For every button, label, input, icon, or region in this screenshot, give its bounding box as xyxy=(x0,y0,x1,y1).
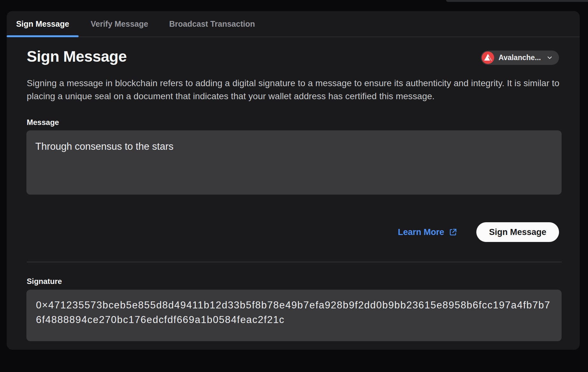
description-text: Signing a message in blockchain refers t… xyxy=(27,77,565,103)
tabbar: Sign Message Verify Message Broadcast Tr… xyxy=(7,11,580,37)
tab-sign-message[interactable]: Sign Message xyxy=(7,11,79,37)
actions-row: Learn More Sign Message xyxy=(398,222,559,242)
external-link-icon xyxy=(449,228,457,237)
page-title: Sign Message xyxy=(27,48,127,65)
top-window-edge xyxy=(446,0,588,2)
learn-more-label: Learn More xyxy=(398,227,444,237)
sign-message-button[interactable]: Sign Message xyxy=(476,222,559,242)
avalanche-icon xyxy=(482,52,494,64)
signature-output: 0×471235573bceb5e855d8d49411b12d33b5f8b7… xyxy=(26,290,562,341)
screen: Sign Message Verify Message Broadcast Tr… xyxy=(0,0,588,372)
tab-broadcast-transaction[interactable]: Broadcast Transaction xyxy=(161,11,263,37)
sign-message-card: Sign Message Verify Message Broadcast Tr… xyxy=(7,11,580,350)
learn-more-link[interactable]: Learn More xyxy=(398,227,457,237)
message-label: Message xyxy=(27,118,59,127)
network-selector[interactable]: Avalanche... xyxy=(481,51,559,65)
tab-verify-message[interactable]: Verify Message xyxy=(82,11,157,37)
chevron-down-icon xyxy=(547,55,553,61)
network-selector-label: Avalanche... xyxy=(499,53,541,62)
message-input[interactable]: Through consensus to the stars xyxy=(26,130,562,195)
section-divider xyxy=(27,262,562,262)
signature-label: Signature xyxy=(27,277,62,286)
